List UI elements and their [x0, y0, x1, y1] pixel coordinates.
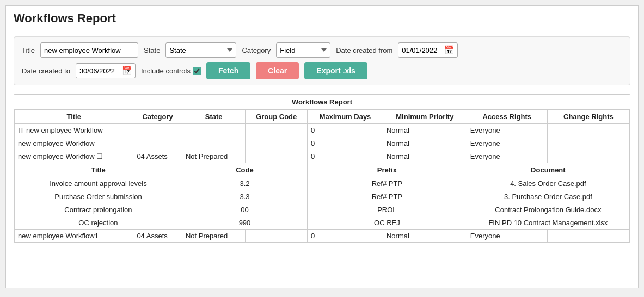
sub-cell-prefix: PROL [308, 203, 467, 216]
calendar-from-icon[interactable]: 📅 [444, 45, 455, 55]
cell-change-rights [547, 230, 629, 243]
sub-col-prefix: Prefix [308, 163, 467, 177]
cell-access-rights: Everyone [467, 137, 547, 150]
date-to-wrapper: 📅 [76, 63, 136, 78]
cell-group-code [246, 124, 308, 137]
sub-cell-document: 4. Sales Order Case.pdf [467, 177, 629, 190]
col-header-max-days: Maximum Days [308, 110, 383, 124]
filter-row-2: Date created to 📅 Include controls Fetch… [22, 62, 622, 79]
sub-cell-prefix: Ref# PTP [308, 190, 467, 203]
cell-state [182, 137, 246, 150]
cell-state [182, 124, 246, 137]
cell-min-priority: Normal [383, 137, 467, 150]
sub-cell-code: 990 [182, 216, 307, 230]
sub-col-title: Title [15, 163, 182, 177]
cell-title: new employee Workflow1 [15, 230, 133, 243]
cell-title: IT new employee Workflow [15, 124, 133, 137]
sub-col-document: Document [467, 163, 629, 177]
col-header-title: Title [15, 110, 133, 124]
sub-data-row: Purchase Order submission 3.3 Ref# PTP 3… [15, 190, 630, 203]
title-label: Title [22, 46, 35, 54]
sub-col-code: Code [182, 163, 307, 177]
page-container: Workflows Report Title State State Activ… [5, 5, 639, 288]
sub-cell-prefix: OC REJ [308, 216, 467, 230]
cell-max-days: 0 [308, 124, 383, 137]
sub-cell-title: OC rejection [15, 216, 182, 230]
cell-access-rights: Everyone [467, 230, 547, 243]
include-controls-label: Include controls [141, 67, 191, 75]
date-from-label: Date created from [336, 46, 392, 54]
page-title: Workflows Report [14, 11, 630, 29]
sub-cell-code: 00 [182, 203, 307, 216]
cell-group-code [246, 137, 308, 150]
date-from-wrapper: 📅 [398, 42, 458, 58]
cell-category: 04 Assets [133, 230, 182, 243]
col-header-state: State [182, 110, 246, 124]
sub-cell-title: Invoice amount approval levels [15, 177, 182, 190]
filter-area: Title State State Active Inactive Not Pr… [14, 36, 630, 85]
export-button[interactable]: Export .xls [304, 62, 367, 79]
table-row: new employee Workflow1 04 Assets Not Pre… [15, 230, 630, 243]
cell-max-days: 0 [308, 230, 383, 243]
table-report-title: Workflows Report [15, 95, 630, 110]
col-header-change-rights: Change Rights [547, 110, 629, 124]
cell-min-priority: Normal [383, 124, 467, 137]
cell-max-days: 0 [308, 150, 383, 163]
table-container: Workflows Report Title Category State Gr… [14, 94, 630, 243]
col-header-min-priority: Minimum Priority [383, 110, 467, 124]
table-title-row: Workflows Report [15, 95, 630, 110]
cell-min-priority: Normal [383, 150, 467, 163]
category-select[interactable]: Field Assets HR Finance [276, 42, 330, 58]
sub-data-row: OC rejection 990 OC REJ FIN PD 10 Contra… [15, 216, 630, 230]
sub-cell-code: 3.2 [182, 177, 307, 190]
cell-title: new employee Workflow [15, 137, 133, 150]
include-controls-wrapper: Include controls [141, 67, 201, 75]
cell-min-priority: Normal [383, 230, 467, 243]
state-select[interactable]: State Active Inactive Not Prepared [165, 42, 236, 58]
clear-button[interactable]: Clear [256, 62, 299, 79]
col-header-group-code: Group Code [246, 110, 308, 124]
cell-max-days: 0 [308, 137, 383, 150]
state-label: State [144, 46, 160, 54]
cell-change-rights [547, 124, 629, 137]
cell-change-rights [547, 137, 629, 150]
filter-row-1: Title State State Active Inactive Not Pr… [22, 42, 622, 58]
calendar-to-icon[interactable]: 📅 [122, 66, 132, 76]
sub-cell-title: Contract prolongation [15, 203, 182, 216]
cell-access-rights: Everyone [467, 124, 547, 137]
cell-category [133, 137, 182, 150]
sub-data-row: Invoice amount approval levels 3.2 Ref# … [15, 177, 630, 190]
sub-header-row: Title Code Prefix Document [15, 163, 630, 177]
cell-state: Not Prepared [182, 230, 246, 243]
cell-state: Not Prepared [182, 150, 246, 163]
workflows-table: Workflows Report Title Category State Gr… [14, 95, 630, 243]
table-row: IT new employee Workflow 0 Normal Everyo… [15, 124, 630, 137]
sub-data-row: Contract prolongation 00 PROL Contract P… [15, 203, 630, 216]
table-row: new employee Workflow ☐ 04 Assets Not Pr… [15, 150, 630, 163]
col-header-access-rights: Access Rights [467, 110, 547, 124]
title-input[interactable] [40, 42, 138, 58]
cell-category [133, 124, 182, 137]
cell-access-rights: Everyone [467, 150, 547, 163]
sub-cell-title: Purchase Order submission [15, 190, 182, 203]
fetch-button[interactable]: Fetch [206, 62, 250, 79]
col-header-category: Category [133, 110, 182, 124]
cell-change-rights [547, 150, 629, 163]
sub-cell-prefix: Ref# PTP [308, 177, 467, 190]
column-header-row: Title Category State Group Code Maximum … [15, 110, 630, 124]
date-to-label: Date created to [22, 67, 70, 75]
cell-category: 04 Assets [133, 150, 182, 163]
include-controls-checkbox[interactable] [193, 67, 201, 75]
cell-title: new employee Workflow ☐ [15, 150, 133, 163]
sub-cell-code: 3.3 [182, 190, 307, 203]
category-label: Category [242, 46, 271, 54]
table-row: new employee Workflow 0 Normal Everyone [15, 137, 630, 150]
sub-cell-document: 3. Purchase Order Case.pdf [467, 190, 629, 203]
sub-cell-document: FIN PD 10 Contract Management.xlsx [467, 216, 629, 230]
sub-cell-document: Contract Prolongation Guide.docx [467, 203, 629, 216]
cell-group-code [246, 150, 308, 163]
cell-group-code [246, 230, 308, 243]
